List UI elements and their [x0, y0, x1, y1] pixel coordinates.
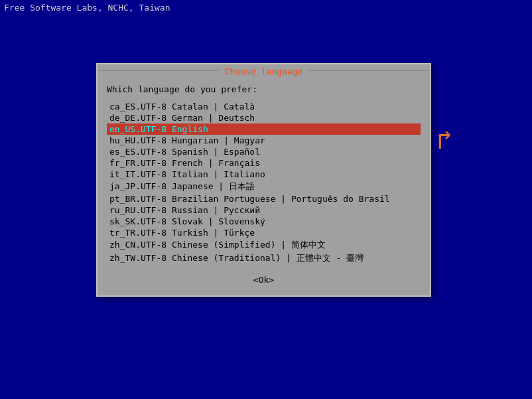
lang-item-ca[interactable]: ca_ES.UTF-8 Catalan | Català: [107, 101, 421, 112]
top-bar-text: Free Software Labs, NCHC, Taiwan: [4, 3, 170, 13]
dialog-title: Choose language: [221, 66, 306, 76]
ok-button[interactable]: <Ok>: [253, 275, 274, 285]
lang-item-de[interactable]: de_DE.UTF-8 German | Deutsch: [107, 112, 421, 123]
language-dialog: Choose language Which language do you pr…: [96, 63, 431, 297]
lang-item-fr[interactable]: fr_FR.UTF-8 French | Français: [107, 157, 421, 169]
dialog-title-bar: Choose language: [98, 64, 430, 78]
lang-item-it[interactable]: it_IT.UTF-8 Italian | Italiano: [107, 169, 421, 180]
ok-button-row: <Ok>: [107, 274, 421, 285]
dialog-prompt: Which language do you prefer:: [107, 84, 421, 94]
language-list: ca_ES.UTF-8 Catalan | Catalàde_DE.UTF-8 …: [107, 101, 421, 265]
lang-item-es[interactable]: es_ES.UTF-8 Spanish | Español: [107, 146, 421, 157]
lang-item-pt[interactable]: pt_BR.UTF-8 Brazilian Portuguese | Portu…: [107, 193, 421, 204]
lang-item-ja[interactable]: ja_JP.UTF-8 Japanese | 日本語: [107, 180, 421, 193]
dialog-body: Which language do you prefer: ca_ES.UTF-…: [98, 78, 430, 295]
lang-item-ru[interactable]: ru_RU.UTF-8 Russian | Русский: [107, 204, 421, 216]
lang-item-hu[interactable]: hu_HU.UTF-8 Hungarian | Magyar: [107, 135, 421, 146]
top-bar: Free Software Labs, NCHC, Taiwan: [0, 0, 532, 15]
lang-item-zh_cn[interactable]: zh_CN.UTF-8 Chinese (Simplified) | 简体中文: [107, 238, 421, 252]
lang-item-zh_tw[interactable]: zh_TW.UTF-8 Chinese (Traditional) | 正體中文…: [107, 252, 421, 265]
arrow-indicator: ↰: [436, 126, 452, 153]
lang-item-en[interactable]: en_US.UTF-8 English: [107, 123, 421, 135]
lang-item-tr[interactable]: tr_TR.UTF-8 Turkish | Türkçe: [107, 227, 421, 238]
lang-item-sk[interactable]: sk_SK.UTF-8 Slovak | Slovenský: [107, 216, 421, 227]
